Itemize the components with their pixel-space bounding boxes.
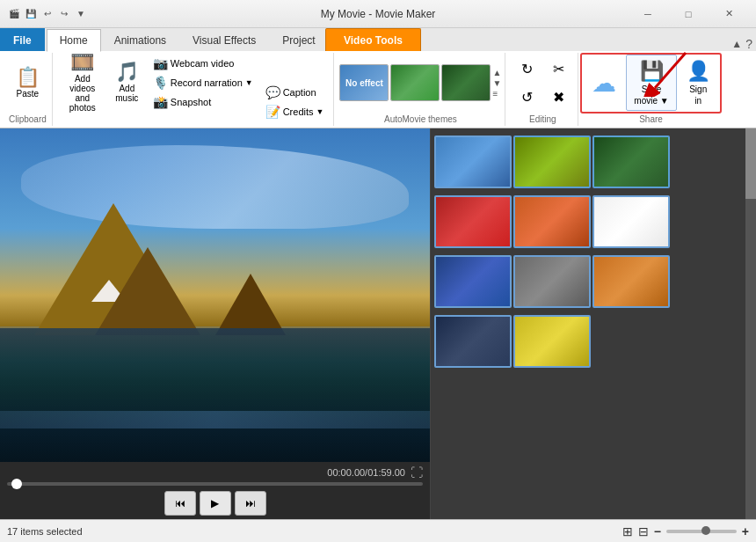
snapshot-button[interactable]: 📸 Snapshot: [149, 93, 258, 111]
scrollbar-track[interactable]: [745, 128, 756, 519]
zoom-out-button[interactable]: −: [654, 524, 661, 538]
edit-rotate-ccw[interactable]: ↺: [512, 84, 541, 109]
tab-animations[interactable]: Animations: [101, 28, 179, 51]
theme-thumb-2[interactable]: [390, 64, 440, 101]
video-tools-tab[interactable]: Video Tools: [325, 28, 421, 51]
thumbnail[interactable]: [592, 195, 670, 248]
thumbnail[interactable]: [434, 315, 512, 368]
seek-thumb[interactable]: [11, 479, 22, 489]
close-button[interactable]: ✕: [709, 0, 749, 28]
clipboard-group: 📋 Paste Clipboard: [4, 53, 53, 126]
rotate-cw-icon: ↻: [521, 61, 533, 77]
automovie-group: No effect ▲ ▼ ≡ AutoMovie themes: [336, 53, 505, 126]
rewind-button[interactable]: ⏮: [164, 491, 196, 516]
thumbnail[interactable]: [592, 136, 670, 188]
automovie-label: AutoMovie themes: [384, 113, 457, 124]
paste-button[interactable]: 📋 Paste: [10, 55, 46, 111]
caption-icon: 💬: [265, 85, 280, 99]
video-preview: 00:00.00/01:59.00 ⛶ ⏮ ▶ ⏭: [0, 128, 431, 519]
fast-forward-button[interactable]: ⏭: [235, 491, 266, 516]
clipboard-label: Clipboard: [9, 113, 47, 124]
water-reflection: [0, 328, 430, 462]
trim-icon: ✂: [553, 61, 564, 77]
add-music-button[interactable]: 🎵 Add music: [109, 55, 145, 111]
thumbnail[interactable]: [513, 195, 591, 248]
redo-icon[interactable]: ↪: [57, 7, 71, 21]
editing-group: ↻ ↺ ✂ ✖ Editing: [507, 53, 578, 126]
fullscreen-button[interactable]: ⛶: [411, 465, 423, 480]
minimize-button[interactable]: ─: [628, 0, 668, 28]
remove-icon: ✖: [553, 89, 564, 106]
fast-forward-icon: ⏭: [245, 497, 256, 509]
status-icon-2[interactable]: ⊟: [638, 524, 649, 538]
record-narration-button[interactable]: 🎙️ Record narration ▼: [149, 74, 258, 92]
webcam-icon: 📷: [153, 56, 168, 70]
window-title: My Movie - Movie Maker: [321, 8, 436, 20]
scroll-down-button[interactable]: ▼: [492, 78, 501, 88]
play-button[interactable]: ▶: [200, 491, 231, 516]
snapshot-icon: 📸: [153, 95, 168, 109]
thumbnail[interactable]: [513, 315, 591, 368]
ribbon: 📋 Paste Clipboard 🎞️ Add videos and phot…: [0, 51, 756, 128]
playback-controls: ⏮ ▶ ⏭: [7, 491, 423, 516]
status-icon-1[interactable]: ⊞: [622, 524, 633, 538]
save-movie-button[interactable]: 💾 Save movie ▼: [626, 55, 676, 111]
share-label: Share: [639, 113, 663, 124]
save-movie-icon: 💾: [640, 60, 664, 83]
caption-button[interactable]: 💬 Caption: [261, 84, 329, 101]
share-content: ☁ 💾 Save movie ▼ 👤 Sign in: [585, 55, 716, 111]
add-group: 🎞️ Add videos and photos 🎵 Add music 📷 W…: [55, 53, 335, 126]
edit-trim[interactable]: ✂: [544, 56, 572, 81]
zoom-in-button[interactable]: +: [742, 524, 749, 538]
credits-icon: 📝: [265, 105, 280, 119]
theme-thumb-3[interactable]: [441, 64, 491, 101]
status-right: ⊞ ⊟ − +: [622, 524, 749, 538]
add-videos-button[interactable]: 🎞️ Add videos and photos: [60, 55, 105, 111]
scroll-more-button[interactable]: ≡: [492, 89, 501, 99]
rewind-icon: ⏮: [175, 497, 185, 509]
thumbnail[interactable]: [592, 255, 670, 308]
thumbnail[interactable]: [513, 255, 591, 308]
microphone-icon: 🎙️: [153, 76, 168, 90]
edit-remove-section[interactable]: ✖: [544, 84, 572, 109]
timeline-row: [434, 136, 752, 188]
thumbnail[interactable]: [434, 255, 512, 308]
add-music-icon: 🎵: [115, 62, 139, 82]
undo-icon[interactable]: ↩: [40, 7, 55, 21]
dropdown-icon[interactable]: ▼: [74, 7, 88, 21]
credits-button[interactable]: 📝 Credits ▼: [261, 103, 329, 121]
scroll-up-button[interactable]: ▲: [492, 68, 501, 77]
save-quick-icon[interactable]: 💾: [24, 7, 38, 21]
sign-in-button[interactable]: 👤 Sign in: [680, 55, 716, 111]
maximize-button[interactable]: □: [668, 0, 709, 28]
tab-file[interactable]: File: [0, 28, 45, 51]
automovie-themes: No effect ▲ ▼ ≡: [339, 55, 501, 111]
thumbnail[interactable]: [434, 136, 512, 188]
video-controls: 00:00.00/01:59.00 ⛶ ⏮ ▶ ⏭: [0, 462, 430, 519]
editing-content: ↻ ↺ ✂ ✖: [512, 55, 572, 111]
editing-label: Editing: [529, 113, 556, 124]
zoom-thumb[interactable]: [701, 526, 710, 535]
thumbnail[interactable]: [513, 136, 591, 188]
title-bar: 🎬 💾 ↩ ↪ ▼ My Movie - Movie Maker ─ □ ✕: [0, 0, 756, 28]
timestamp: 00:00.00/01:59.00: [327, 467, 405, 478]
webcam-video-button[interactable]: 📷 Webcam video: [149, 55, 258, 72]
ribbon-collapse-icon[interactable]: ▲: [731, 38, 742, 50]
scrollbar-thumb[interactable]: [745, 128, 756, 199]
help-icon[interactable]: ?: [745, 37, 752, 51]
timeline-panel: [431, 128, 756, 519]
add-videos-icon: 🎞️: [70, 53, 94, 72]
theme-thumb-1[interactable]: No effect: [339, 64, 389, 101]
zoom-slider[interactable]: [666, 530, 737, 533]
tab-project[interactable]: Project: [269, 28, 328, 51]
tab-home[interactable]: Home: [47, 29, 101, 52]
edit-rotate-cw[interactable]: ↻: [512, 56, 541, 81]
tab-visual-effects[interactable]: Visual Effects: [179, 28, 269, 51]
video-area[interactable]: [0, 128, 430, 462]
timeline-scroll[interactable]: [431, 128, 756, 519]
selection-status: 17 items selected: [7, 526, 83, 537]
play-icon: ▶: [211, 497, 219, 509]
thumbnail[interactable]: [434, 195, 512, 248]
upload-cloud-button[interactable]: ☁: [585, 55, 622, 111]
seek-bar[interactable]: [7, 482, 423, 486]
